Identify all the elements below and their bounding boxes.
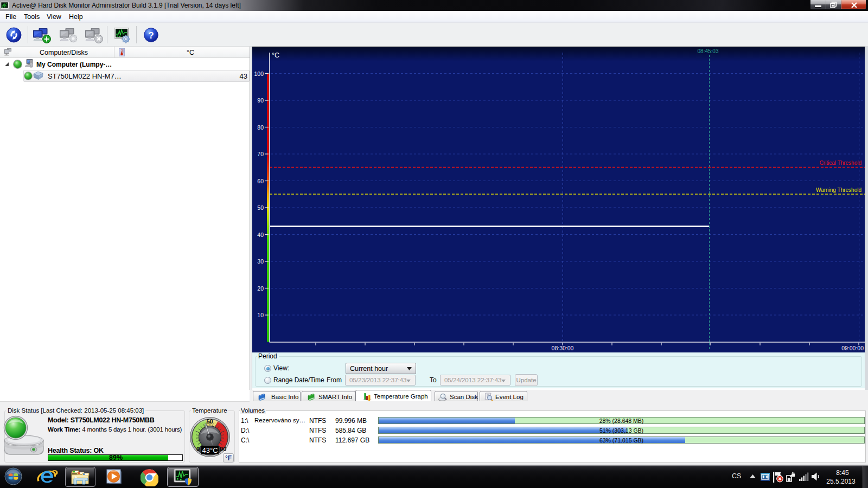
svg-text:Warning Threshold: Warning Threshold — [816, 187, 861, 193]
svg-text:0: 0 — [196, 446, 200, 452]
svg-text:?: ? — [148, 30, 154, 41]
svg-text:43°C: 43°C — [202, 446, 218, 454]
svg-text:80: 80 — [257, 124, 264, 131]
svg-text:08:45:03: 08:45:03 — [698, 48, 719, 54]
svg-text:50: 50 — [207, 418, 213, 425]
svg-text:20: 20 — [257, 285, 264, 292]
svg-text:60: 60 — [257, 178, 264, 184]
svg-text:30: 30 — [257, 258, 264, 265]
svg-text:°C: °C — [272, 52, 279, 59]
svg-text:50: 50 — [257, 204, 264, 211]
svg-text:40: 40 — [257, 232, 264, 238]
svg-text:09:00:00: 09:00:00 — [841, 345, 864, 351]
svg-text:10: 10 — [257, 312, 264, 318]
svg-text:100: 100 — [254, 70, 264, 77]
svg-text:70: 70 — [257, 151, 264, 157]
svg-text:90: 90 — [257, 97, 264, 104]
svg-text:Critical Threshold: Critical Threshold — [819, 160, 861, 166]
svg-text:08:30:00: 08:30:00 — [552, 345, 574, 351]
